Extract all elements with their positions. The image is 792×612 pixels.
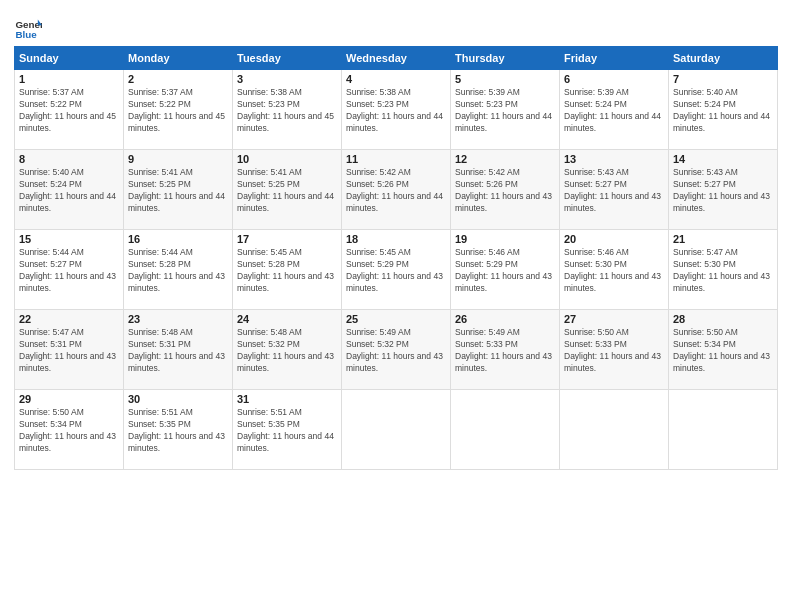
day-number: 2 [128,73,228,85]
day-number: 10 [237,153,337,165]
day-info: Sunrise: 5:39 AMSunset: 5:24 PMDaylight:… [564,87,664,135]
calendar-cell: 11Sunrise: 5:42 AMSunset: 5:26 PMDayligh… [342,150,451,230]
calendar-cell: 14Sunrise: 5:43 AMSunset: 5:27 PMDayligh… [669,150,778,230]
day-info: Sunrise: 5:40 AMSunset: 5:24 PMDaylight:… [673,87,773,135]
calendar-cell: 3Sunrise: 5:38 AMSunset: 5:23 PMDaylight… [233,70,342,150]
day-info: Sunrise: 5:46 AMSunset: 5:30 PMDaylight:… [564,247,664,295]
day-info: Sunrise: 5:41 AMSunset: 5:25 PMDaylight:… [237,167,337,215]
day-number: 30 [128,393,228,405]
day-info: Sunrise: 5:40 AMSunset: 5:24 PMDaylight:… [19,167,119,215]
page-header: General Blue [14,10,778,42]
day-info: Sunrise: 5:51 AMSunset: 5:35 PMDaylight:… [128,407,228,455]
calendar-week-5: 29Sunrise: 5:50 AMSunset: 5:34 PMDayligh… [15,390,778,470]
day-info: Sunrise: 5:51 AMSunset: 5:35 PMDaylight:… [237,407,337,455]
day-info: Sunrise: 5:45 AMSunset: 5:29 PMDaylight:… [346,247,446,295]
day-number: 15 [19,233,119,245]
calendar-cell: 2Sunrise: 5:37 AMSunset: 5:22 PMDaylight… [124,70,233,150]
day-number: 20 [564,233,664,245]
day-info: Sunrise: 5:46 AMSunset: 5:29 PMDaylight:… [455,247,555,295]
day-info: Sunrise: 5:42 AMSunset: 5:26 PMDaylight:… [346,167,446,215]
calendar-cell: 17Sunrise: 5:45 AMSunset: 5:28 PMDayligh… [233,230,342,310]
calendar-cell: 6Sunrise: 5:39 AMSunset: 5:24 PMDaylight… [560,70,669,150]
logo: General Blue [14,14,42,42]
svg-text:Blue: Blue [15,29,37,40]
day-info: Sunrise: 5:43 AMSunset: 5:27 PMDaylight:… [673,167,773,215]
day-number: 7 [673,73,773,85]
day-info: Sunrise: 5:38 AMSunset: 5:23 PMDaylight:… [346,87,446,135]
day-number: 22 [19,313,119,325]
day-info: Sunrise: 5:48 AMSunset: 5:31 PMDaylight:… [128,327,228,375]
calendar-cell: 24Sunrise: 5:48 AMSunset: 5:32 PMDayligh… [233,310,342,390]
day-number: 12 [455,153,555,165]
day-number: 3 [237,73,337,85]
calendar-table: SundayMondayTuesdayWednesdayThursdayFrid… [14,46,778,470]
day-number: 9 [128,153,228,165]
day-info: Sunrise: 5:47 AMSunset: 5:30 PMDaylight:… [673,247,773,295]
calendar-cell [451,390,560,470]
day-number: 29 [19,393,119,405]
day-info: Sunrise: 5:48 AMSunset: 5:32 PMDaylight:… [237,327,337,375]
day-number: 14 [673,153,773,165]
day-info: Sunrise: 5:49 AMSunset: 5:32 PMDaylight:… [346,327,446,375]
day-number: 5 [455,73,555,85]
day-info: Sunrise: 5:50 AMSunset: 5:33 PMDaylight:… [564,327,664,375]
day-number: 27 [564,313,664,325]
day-number: 19 [455,233,555,245]
calendar-cell: 15Sunrise: 5:44 AMSunset: 5:27 PMDayligh… [15,230,124,310]
day-info: Sunrise: 5:41 AMSunset: 5:25 PMDaylight:… [128,167,228,215]
day-number: 6 [564,73,664,85]
calendar-cell: 21Sunrise: 5:47 AMSunset: 5:30 PMDayligh… [669,230,778,310]
calendar-cell: 10Sunrise: 5:41 AMSunset: 5:25 PMDayligh… [233,150,342,230]
calendar-page: General Blue SundayMondayTuesdayWednesda… [0,0,792,612]
calendar-cell [342,390,451,470]
day-header-wednesday: Wednesday [342,47,451,70]
day-info: Sunrise: 5:43 AMSunset: 5:27 PMDaylight:… [564,167,664,215]
calendar-cell: 8Sunrise: 5:40 AMSunset: 5:24 PMDaylight… [15,150,124,230]
calendar-cell: 23Sunrise: 5:48 AMSunset: 5:31 PMDayligh… [124,310,233,390]
calendar-header-row: SundayMondayTuesdayWednesdayThursdayFrid… [15,47,778,70]
day-number: 21 [673,233,773,245]
calendar-cell: 18Sunrise: 5:45 AMSunset: 5:29 PMDayligh… [342,230,451,310]
day-info: Sunrise: 5:49 AMSunset: 5:33 PMDaylight:… [455,327,555,375]
calendar-cell: 25Sunrise: 5:49 AMSunset: 5:32 PMDayligh… [342,310,451,390]
calendar-cell: 28Sunrise: 5:50 AMSunset: 5:34 PMDayligh… [669,310,778,390]
calendar-week-3: 15Sunrise: 5:44 AMSunset: 5:27 PMDayligh… [15,230,778,310]
logo-icon: General Blue [14,14,42,42]
day-info: Sunrise: 5:47 AMSunset: 5:31 PMDaylight:… [19,327,119,375]
calendar-cell: 31Sunrise: 5:51 AMSunset: 5:35 PMDayligh… [233,390,342,470]
calendar-cell: 9Sunrise: 5:41 AMSunset: 5:25 PMDaylight… [124,150,233,230]
calendar-cell: 13Sunrise: 5:43 AMSunset: 5:27 PMDayligh… [560,150,669,230]
calendar-cell: 20Sunrise: 5:46 AMSunset: 5:30 PMDayligh… [560,230,669,310]
calendar-week-4: 22Sunrise: 5:47 AMSunset: 5:31 PMDayligh… [15,310,778,390]
day-number: 18 [346,233,446,245]
calendar-cell [669,390,778,470]
day-info: Sunrise: 5:42 AMSunset: 5:26 PMDaylight:… [455,167,555,215]
day-info: Sunrise: 5:44 AMSunset: 5:27 PMDaylight:… [19,247,119,295]
calendar-cell: 27Sunrise: 5:50 AMSunset: 5:33 PMDayligh… [560,310,669,390]
day-number: 16 [128,233,228,245]
day-header-tuesday: Tuesday [233,47,342,70]
day-number: 13 [564,153,664,165]
day-info: Sunrise: 5:45 AMSunset: 5:28 PMDaylight:… [237,247,337,295]
day-number: 25 [346,313,446,325]
calendar-cell: 19Sunrise: 5:46 AMSunset: 5:29 PMDayligh… [451,230,560,310]
day-number: 8 [19,153,119,165]
calendar-cell: 5Sunrise: 5:39 AMSunset: 5:23 PMDaylight… [451,70,560,150]
calendar-cell: 1Sunrise: 5:37 AMSunset: 5:22 PMDaylight… [15,70,124,150]
day-number: 17 [237,233,337,245]
calendar-cell: 29Sunrise: 5:50 AMSunset: 5:34 PMDayligh… [15,390,124,470]
day-header-thursday: Thursday [451,47,560,70]
calendar-cell: 26Sunrise: 5:49 AMSunset: 5:33 PMDayligh… [451,310,560,390]
calendar-cell: 22Sunrise: 5:47 AMSunset: 5:31 PMDayligh… [15,310,124,390]
day-number: 4 [346,73,446,85]
calendar-week-2: 8Sunrise: 5:40 AMSunset: 5:24 PMDaylight… [15,150,778,230]
calendar-cell: 4Sunrise: 5:38 AMSunset: 5:23 PMDaylight… [342,70,451,150]
day-info: Sunrise: 5:37 AMSunset: 5:22 PMDaylight:… [128,87,228,135]
day-header-sunday: Sunday [15,47,124,70]
calendar-cell: 12Sunrise: 5:42 AMSunset: 5:26 PMDayligh… [451,150,560,230]
day-number: 31 [237,393,337,405]
calendar-cell: 16Sunrise: 5:44 AMSunset: 5:28 PMDayligh… [124,230,233,310]
day-number: 24 [237,313,337,325]
calendar-cell [560,390,669,470]
day-header-monday: Monday [124,47,233,70]
